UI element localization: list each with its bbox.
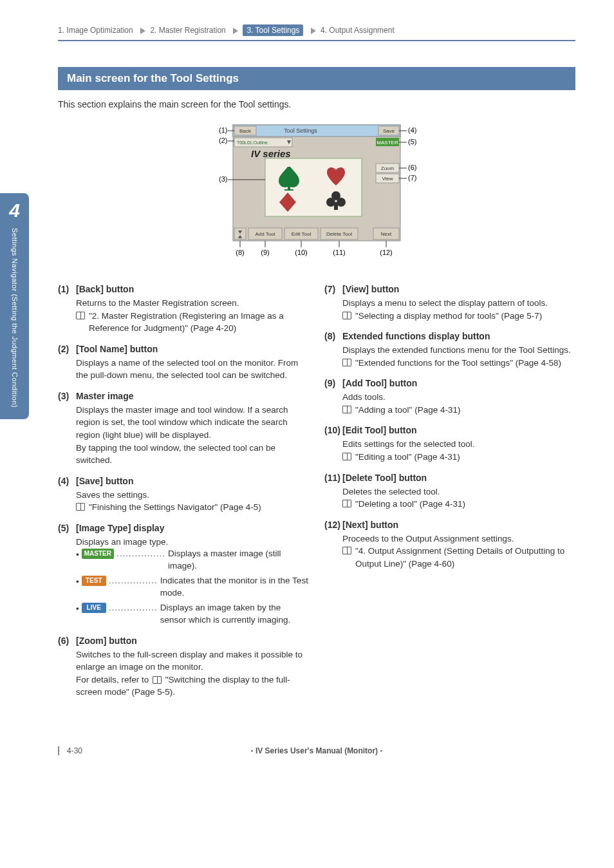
item-desc: Displays a name of the selected tool on … xyxy=(76,357,309,382)
left-column: (1)[Back] button Returns to the Master R… xyxy=(58,284,309,708)
item-number: (2) xyxy=(58,344,76,354)
svg-rect-22 xyxy=(334,202,338,210)
bullet-item: •MASTER................Displays a master… xyxy=(76,548,309,572)
item-title: [View] button xyxy=(342,284,399,294)
bullet-list: •MASTER................Displays a master… xyxy=(76,548,309,626)
chevron-right-icon xyxy=(311,28,316,34)
svg-text:View: View xyxy=(382,176,393,182)
item-9: (9)[Add Tool] button Adds tools. "Adding… xyxy=(324,378,575,416)
svg-text:(11): (11) xyxy=(333,249,346,256)
item-12: (12)[Next] button Proceeds to the Output… xyxy=(324,520,575,571)
book-icon xyxy=(342,453,351,460)
reference: "2. Master Registration (Registering an … xyxy=(76,310,309,335)
svg-text:Zoom: Zoom xyxy=(381,165,395,171)
item-title: Master image xyxy=(76,391,133,401)
breadcrumb-item: 4. Output Assignment xyxy=(321,26,395,35)
item-number: (4) xyxy=(58,476,76,486)
reference: "Editing a tool" (Page 4-31) xyxy=(342,451,575,464)
item-number: (12) xyxy=(324,520,342,530)
item-number: (7) xyxy=(324,284,342,294)
reference: "4. Output Assignment (Setting Details o… xyxy=(342,545,575,570)
svg-text:Save: Save xyxy=(383,128,395,134)
item-number: (8) xyxy=(324,331,342,341)
item-title: [Add Tool] button xyxy=(342,378,417,388)
book-icon xyxy=(153,676,162,684)
reference: "Selecting a display method for tools" (… xyxy=(342,310,575,323)
svg-text:Back: Back xyxy=(239,128,252,134)
item-10: (10)[Edit Tool] button Edits settings fo… xyxy=(324,425,575,463)
svg-text:MASTER: MASTER xyxy=(377,140,398,146)
item-number: (10) xyxy=(324,425,342,435)
item-desc: Displays a menu to select the display pa… xyxy=(342,297,575,310)
svg-point-21 xyxy=(337,198,346,207)
item-desc: Returns to the Master Registration scree… xyxy=(76,297,309,310)
svg-text:(4): (4) xyxy=(408,126,416,134)
item-desc: Displays the master image and tool windo… xyxy=(76,404,309,467)
item-2: (2)[Tool Name] button Displays a name of… xyxy=(58,344,309,382)
item-title: [Zoom] button xyxy=(76,636,137,646)
chevron-right-icon xyxy=(140,28,145,34)
item-desc: Saves the settings. xyxy=(76,489,309,502)
book-icon xyxy=(342,312,351,319)
book-icon xyxy=(342,547,351,554)
svg-point-20 xyxy=(326,198,335,207)
master-badge: MASTER xyxy=(82,549,114,559)
svg-text:IV series: IV series xyxy=(251,148,291,159)
breadcrumb-item-current: 3. Tool Settings xyxy=(243,24,303,36)
item-6: (6)[Zoom] button Switches to the full-sc… xyxy=(58,636,309,699)
svg-rect-17 xyxy=(265,158,362,216)
item-number: (9) xyxy=(324,378,342,388)
test-badge: TEST xyxy=(82,576,106,586)
item-title: [Back] button xyxy=(76,284,134,294)
item-number: (3) xyxy=(58,391,76,401)
chapter-label: Settings Navigator (Setting the Judgment… xyxy=(11,228,19,408)
svg-text:Edit Tool: Edit Tool xyxy=(292,231,312,237)
svg-text:Add Tool: Add Tool xyxy=(256,231,275,237)
svg-text:Tool Settings: Tool Settings xyxy=(284,127,317,134)
svg-text:T00L01:Outline: T00L01:Outline xyxy=(237,140,268,145)
svg-text:(5): (5) xyxy=(408,138,416,146)
item-number: (1) xyxy=(58,284,76,294)
item-number: (5) xyxy=(58,523,76,533)
footer-title: - IV Series User's Manual (Monitor) - xyxy=(97,746,537,755)
reference: "Finishing the Settings Navigator" (Page… xyxy=(76,501,309,514)
book-icon xyxy=(76,503,85,511)
page-footer: 4-30 - IV Series User's Manual (Monitor)… xyxy=(58,746,575,755)
svg-text:(12): (12) xyxy=(380,249,393,256)
intro-text: This section explains the main screen fo… xyxy=(58,99,575,109)
svg-text:Delete Tool: Delete Tool xyxy=(326,231,352,237)
section-heading: Main screen for the Tool Settings xyxy=(58,67,575,90)
item-11: (11)[Delete Tool] button Deletes the sel… xyxy=(324,473,575,511)
chapter-number: 4 xyxy=(9,200,20,222)
svg-text:Next: Next xyxy=(381,231,392,237)
item-desc: Proceeds to the Output Assignment settin… xyxy=(342,533,575,545)
svg-text:(2): (2) xyxy=(219,137,227,144)
item-desc: Displays an image type. xyxy=(76,536,309,549)
item-desc: Adds tools. xyxy=(342,391,575,404)
book-icon xyxy=(76,312,85,319)
item-number: (11) xyxy=(324,473,342,483)
item-desc: Deletes the selected tool. xyxy=(342,486,575,498)
breadcrumb-item: 1. Image Optimization xyxy=(58,26,133,35)
reference: "Extended functions for the Tool setting… xyxy=(342,357,575,370)
svg-text:(8): (8) xyxy=(236,249,244,256)
book-icon xyxy=(342,500,351,507)
item-title: [Next] button xyxy=(342,520,398,530)
right-column: (7)[View] button Displays a menu to sele… xyxy=(324,284,575,708)
item-title: [Delete Tool] button xyxy=(342,473,427,483)
reference: "Adding a tool" (Page 4-31) xyxy=(342,404,575,417)
item-3: (3)Master image Displays the master imag… xyxy=(58,391,309,467)
svg-text:(7): (7) xyxy=(408,174,416,182)
chapter-tab: 4 Settings Navigator (Setting the Judgme… xyxy=(0,193,29,419)
item-7: (7)[View] button Displays a menu to sele… xyxy=(324,284,575,322)
tool-settings-figure: Back Tool Settings Save T00L01:Outline I… xyxy=(58,118,575,269)
chevron-right-icon xyxy=(233,28,238,34)
svg-text:(10): (10) xyxy=(295,249,308,256)
item-title: [Edit Tool] button xyxy=(342,425,417,435)
item-desc: Edits settings for the selected tool. xyxy=(342,438,575,451)
item-title: [Tool Name] button xyxy=(76,344,158,354)
item-5: (5)[Image Type] display Displays an imag… xyxy=(58,523,309,627)
item-desc: Switches to the full-screen display and … xyxy=(76,648,309,699)
bullet-item: •TEST................Indicates that the … xyxy=(76,575,309,599)
page-number: 4-30 xyxy=(58,746,97,755)
